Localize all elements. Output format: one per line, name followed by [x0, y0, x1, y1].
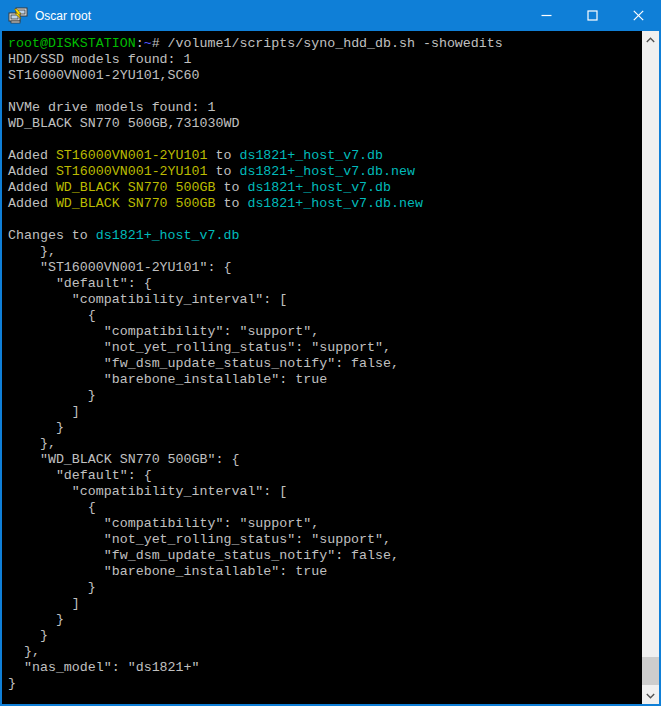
terminal-line: root@DISKSTATION:~# /volume1/scripts/syn… [8, 36, 642, 52]
maximize-button[interactable] [569, 0, 615, 31]
close-icon [633, 10, 644, 21]
putty-icon [8, 7, 28, 25]
terminal-line: { [8, 308, 642, 324]
terminal-line: "barebone_installable": true [8, 372, 642, 388]
terminal-line [8, 212, 642, 228]
terminal-line: } [8, 420, 642, 436]
terminal-output[interactable]: root@DISKSTATION:~# /volume1/scripts/syn… [2, 31, 642, 704]
terminal-line: }, [8, 436, 642, 452]
close-button[interactable] [615, 0, 661, 31]
terminal-line: "compatibility": "support", [8, 324, 642, 340]
terminal-line: ST16000VN001-2YU101,SC60 [8, 68, 642, 84]
terminal-line [8, 132, 642, 148]
window-controls [523, 0, 661, 31]
terminal-line: "WD_BLACK SN770 500GB": { [8, 452, 642, 468]
terminal-line: Changes to ds1821+_host_v7.db [8, 228, 642, 244]
terminal-line: } [8, 628, 642, 644]
terminal-line: } [8, 612, 642, 628]
terminal-line: "nas_model": "ds1821+" [8, 660, 642, 676]
terminal-line: "fw_dsm_update_status_notify": false, [8, 548, 642, 564]
terminal-line: "ST16000VN001-2YU101": { [8, 260, 642, 276]
window-title: Oscar root [35, 9, 91, 23]
terminal-line: "default": { [8, 276, 642, 292]
terminal-line: Added ST16000VN001-2YU101 to ds1821+_hos… [8, 148, 642, 164]
chevron-down-icon [646, 693, 655, 699]
terminal-line: WD_BLACK SN770 500GB,731030WD [8, 116, 642, 132]
terminal-line: "default": { [8, 468, 642, 484]
terminal-line: "fw_dsm_update_status_notify": false, [8, 356, 642, 372]
terminal-line: "compatibility_interval": [ [8, 484, 642, 500]
terminal-line: "not_yet_rolling_status": "support", [8, 532, 642, 548]
titlebar-left: Oscar root [0, 7, 523, 25]
terminal-line: }, [8, 644, 642, 660]
terminal-line: } [8, 676, 642, 692]
scrollbar-track[interactable] [642, 48, 659, 687]
titlebar[interactable]: Oscar root [0, 0, 661, 31]
terminal-line [8, 84, 642, 100]
terminal-line: Added WD_BLACK SN770 500GB to ds1821+_ho… [8, 180, 642, 196]
scroll-up-button[interactable] [642, 31, 659, 48]
terminal-line: NVMe drive models found: 1 [8, 100, 642, 116]
terminal-line: "barebone_installable": true [8, 564, 642, 580]
minimize-icon [541, 10, 552, 21]
terminal-scrollbar [642, 31, 659, 704]
putty-window: Oscar root root@DISKSTATION:~# /volume1/… [0, 0, 661, 706]
terminal-line: } [8, 580, 642, 596]
window-body: root@DISKSTATION:~# /volume1/scripts/syn… [0, 31, 661, 706]
terminal-line: ] [8, 596, 642, 612]
scrollbar-thumb[interactable] [642, 657, 659, 685]
scroll-down-button[interactable] [642, 687, 659, 704]
terminal-line: } [8, 388, 642, 404]
terminal-line: ] [8, 404, 642, 420]
terminal-line: "compatibility_interval": [ [8, 292, 642, 308]
terminal-line: Added ST16000VN001-2YU101 to ds1821+_hos… [8, 164, 642, 180]
chevron-up-icon [646, 37, 655, 43]
terminal-line: }, [8, 244, 642, 260]
minimize-button[interactable] [523, 0, 569, 31]
terminal-line: HDD/SSD models found: 1 [8, 52, 642, 68]
terminal-line: { [8, 500, 642, 516]
maximize-icon [587, 10, 598, 21]
terminal-line: "compatibility": "support", [8, 516, 642, 532]
terminal-line: "not_yet_rolling_status": "support", [8, 340, 642, 356]
terminal-line: Added WD_BLACK SN770 500GB to ds1821+_ho… [8, 196, 642, 212]
